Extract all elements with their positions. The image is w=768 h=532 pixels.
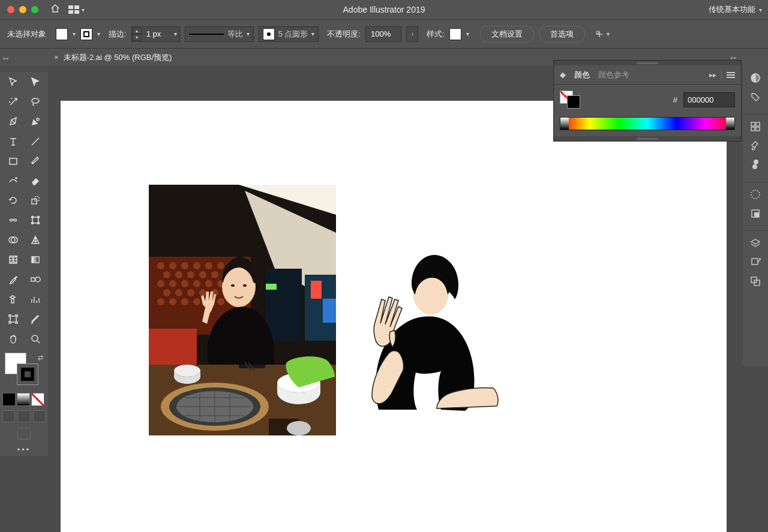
- color-spectrum[interactable]: [560, 117, 735, 130]
- color-mode-gradient[interactable]: [17, 393, 30, 406]
- panel-grip[interactable]: [554, 61, 741, 65]
- zoom-tool[interactable]: [25, 330, 46, 348]
- width-tool[interactable]: [2, 211, 23, 229]
- edit-toolbar-button[interactable]: •••: [2, 445, 46, 455]
- close-window-button[interactable]: [7, 6, 14, 13]
- opacity-dropdown-button[interactable]: ›: [406, 26, 418, 42]
- chevron-down-icon: ▾: [82, 7, 85, 13]
- brush-profile-dropdown[interactable]: 5 点圆形 ▾: [259, 26, 319, 42]
- document-tab[interactable]: × 未标题-2.ai @ 50% (RGB/预览): [54, 52, 172, 63]
- svg-point-37: [181, 280, 188, 287]
- brush-tool[interactable]: [25, 152, 46, 170]
- perspective-grid-tool[interactable]: [25, 231, 46, 249]
- magic-wand-tool[interactable]: [2, 93, 23, 111]
- collapse-left-icon[interactable]: ◂◂: [2, 55, 8, 61]
- asset-export-panel-icon[interactable]: [748, 255, 763, 269]
- traced-vector-figure[interactable]: [346, 254, 506, 414]
- slice-tool[interactable]: [25, 310, 46, 328]
- hex-input[interactable]: [683, 92, 735, 107]
- swatches-panel-icon[interactable]: [748, 90, 763, 104]
- style-swatch[interactable]: [449, 28, 461, 40]
- fill-swatch[interactable]: [56, 28, 68, 40]
- color-mode-none[interactable]: [31, 393, 44, 406]
- minimize-window-button[interactable]: [19, 6, 26, 13]
- collapse-right-icon[interactable]: ▸▸: [731, 55, 737, 61]
- stroke-swatch[interactable]: [80, 28, 92, 40]
- chevron-down-icon[interactable]: ▾: [73, 31, 76, 37]
- screen-mode-button[interactable]: [17, 428, 31, 440]
- layers-panel-icon[interactable]: [748, 236, 763, 250]
- symbol-sprayer-tool[interactable]: [2, 290, 23, 308]
- rectangle-tool[interactable]: [2, 152, 23, 170]
- shaper-tool[interactable]: [2, 172, 23, 190]
- mesh-tool[interactable]: [2, 251, 23, 269]
- stroke-color-box[interactable]: [17, 363, 38, 385]
- transparency-panel-icon[interactable]: [748, 206, 763, 221]
- scale-tool[interactable]: [25, 191, 46, 209]
- preferences-button[interactable]: 首选项: [539, 26, 585, 43]
- draw-normal-button[interactable]: [2, 410, 15, 422]
- tab-color[interactable]: 颜色: [574, 70, 590, 80]
- blend-tool[interactable]: [25, 270, 46, 288]
- tools-panel: ⇄ •••: [0, 72, 48, 456]
- panel-fill-stroke[interactable]: [560, 91, 586, 109]
- brushes-panel-icon[interactable]: [748, 139, 763, 153]
- collapse-panel-icon[interactable]: ▸▸: [709, 71, 716, 79]
- artboard-tool[interactable]: [2, 310, 23, 328]
- shape-builder-tool[interactable]: [2, 231, 23, 249]
- rotate-tool[interactable]: [2, 191, 23, 209]
- svg-point-7: [31, 217, 33, 218]
- artboard[interactable]: [61, 101, 727, 532]
- svg-point-60: [243, 284, 247, 287]
- chevron-down-icon[interactable]: ▾: [466, 31, 469, 37]
- solid-line-icon: [189, 34, 224, 35]
- artboards-panel-icon[interactable]: [748, 274, 763, 288]
- color-panel-icon[interactable]: [748, 71, 763, 85]
- svg-point-3: [16, 178, 17, 179]
- home-icon[interactable]: [50, 4, 60, 15]
- svg-rect-2: [10, 158, 17, 164]
- gradient-tool[interactable]: [25, 251, 46, 269]
- svg-rect-15: [31, 278, 35, 281]
- type-tool[interactable]: [2, 133, 23, 151]
- more-options-button[interactable]: ▾: [595, 29, 610, 39]
- line-tool[interactable]: [25, 133, 46, 151]
- arrange-documents-button[interactable]: ▾: [68, 5, 85, 14]
- document-setup-button[interactable]: 文档设置: [480, 26, 534, 43]
- panel-stroke-box[interactable]: [567, 95, 580, 109]
- eyedropper-tool[interactable]: [2, 270, 23, 288]
- tab-color-guide[interactable]: 颜色参考: [598, 70, 629, 80]
- color-mode-solid[interactable]: [2, 393, 16, 406]
- draw-inside-button[interactable]: [33, 410, 46, 422]
- chevron-down-icon[interactable]: ▾: [97, 31, 100, 37]
- hand-tool[interactable]: [2, 330, 23, 348]
- column-graph-tool[interactable]: [25, 290, 46, 308]
- lasso-tool[interactable]: [25, 93, 46, 111]
- symbols-panel-icon[interactable]: [748, 158, 763, 172]
- curvature-tool[interactable]: [25, 113, 46, 131]
- stroke-width-stepper[interactable]: ▴▾ 1 px ▾: [131, 26, 180, 42]
- placed-reference-image[interactable]: [149, 185, 336, 435]
- stroke-panel-icon[interactable]: [748, 187, 763, 202]
- free-transform-tool[interactable]: [25, 211, 46, 229]
- panel-grip-bottom[interactable]: [554, 136, 741, 141]
- svg-point-44: [199, 289, 206, 296]
- selection-tool[interactable]: [2, 73, 23, 91]
- svg-point-35: [157, 280, 164, 287]
- swap-fill-stroke-icon[interactable]: ⇄: [38, 354, 43, 362]
- opacity-input[interactable]: 100%: [365, 26, 401, 42]
- fill-stroke-controls[interactable]: ⇄: [2, 353, 46, 385]
- pen-tool[interactable]: [2, 113, 23, 131]
- svg-point-59: [231, 284, 235, 287]
- tab-title: 未标题-2.ai @ 50% (RGB/预览): [64, 52, 172, 63]
- close-tab-icon[interactable]: ×: [54, 53, 59, 62]
- eraser-tool[interactable]: [25, 172, 46, 190]
- maximize-window-button[interactable]: [31, 6, 38, 13]
- properties-panel-icon[interactable]: [748, 119, 763, 134]
- panel-menu-icon[interactable]: [727, 72, 735, 78]
- draw-behind-button[interactable]: [17, 410, 30, 422]
- stroke-dash-dropdown[interactable]: 等比 ▾: [185, 26, 254, 42]
- direct-selection-tool[interactable]: [25, 73, 46, 91]
- workspace-switcher[interactable]: 传统基本功能 ▾: [709, 4, 762, 15]
- svg-point-77: [287, 421, 311, 435]
